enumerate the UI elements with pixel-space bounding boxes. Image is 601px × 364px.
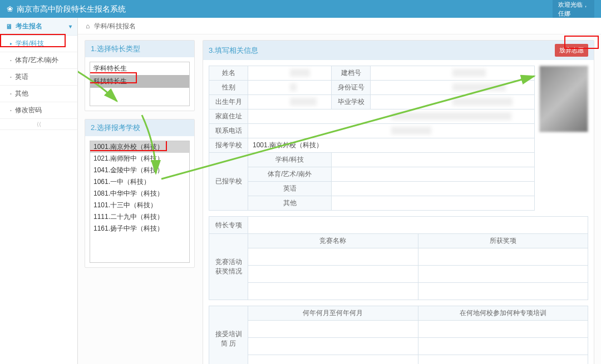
input-award-3[interactable]	[422, 285, 585, 297]
sidebar-item-other[interactable]: •其他	[0, 86, 77, 102]
top-bar: ❀ 南京市高中阶段特长生报名系统 欢迎光临， 任娜	[0, 0, 601, 18]
input-comp-name-1[interactable]	[252, 251, 415, 263]
input-train-period-2[interactable]	[252, 340, 415, 352]
value-gender	[290, 83, 297, 91]
school-option[interactable]: 1161.扬子中学（科技）	[90, 223, 189, 235]
input-train-where-1[interactable]	[422, 323, 585, 335]
input-award-2[interactable]	[422, 268, 585, 280]
value-cat-other	[332, 196, 535, 211]
school-option[interactable]: 1101.十三中（科技）	[90, 200, 189, 211]
label-applyschool: 报考学校	[209, 138, 248, 153]
label-cat-eng: 英语	[248, 182, 332, 196]
value-name	[290, 69, 310, 77]
panel-select-school: 2.选择报考学校 1001.南京外校（科技） 1021.南师附中（科技） 104…	[85, 119, 195, 268]
user-name: 任娜	[558, 9, 589, 18]
panel1-title: 1.选择特长类型	[85, 41, 194, 57]
panels-row: 1.选择特长类型 学科特长生 科技特长生 2.选择报考学校 1001.南京外校（…	[78, 34, 601, 364]
sidebar: 🖥 考生报名 ▾ ▸学科/科技 •体育/艺术/南外 •英语 •其他 •修改密码 …	[0, 18, 78, 364]
sidebar-item-change-password[interactable]: •修改密码	[0, 102, 77, 119]
value-applyschool: 1001.南京外校（科技）	[248, 138, 535, 153]
value-idno	[452, 83, 506, 91]
sidebar-heading[interactable]: 🖥 考生报名 ▾	[0, 18, 77, 36]
school-option[interactable]: 1001.南京外校（科技）	[90, 141, 189, 153]
value-phone	[391, 127, 431, 134]
label-train-section: 接受培训 简 历	[209, 306, 248, 365]
type-option-tech[interactable]: 科技特长生	[90, 75, 189, 88]
input-train-where-3[interactable]	[422, 357, 585, 364]
main-layout: 🖥 考生报名 ▾ ▸学科/科技 •体育/艺术/南外 •英语 •其他 •修改密码 …	[0, 18, 601, 364]
school-option[interactable]: 1061.一中（科技）	[90, 176, 189, 188]
label-cat-art: 体育/艺术/南外	[248, 167, 332, 182]
input-award-1[interactable]	[422, 251, 585, 263]
value-cat-eng	[332, 182, 535, 196]
panel3-title: 3.填写相关信息	[209, 46, 258, 56]
leaf-icon: ❀	[7, 0, 13, 18]
label-comp-name: 竞赛名称	[248, 234, 418, 248]
label-name: 姓名	[209, 66, 248, 81]
breadcrumb-text: 学科/科技报名	[94, 22, 136, 30]
label-idno: 身份证号	[332, 81, 371, 95]
label-train-period: 何年何月至何年何月	[248, 306, 418, 321]
label-phone: 联系电话	[209, 124, 248, 138]
input-train-period-3[interactable]	[252, 357, 415, 364]
sidebar-nav: ▸学科/科技 •体育/艺术/南外 •英语 •其他 •修改密码	[0, 36, 77, 119]
label-gradschool: 毕业学校	[332, 95, 371, 109]
breadcrumb: ⌂ 学科/科技报名	[78, 18, 601, 34]
sidebar-item-sports-art[interactable]: •体育/艺术/南外	[0, 52, 77, 69]
input-comp-name-3[interactable]	[252, 285, 415, 297]
content-area: ⌂ 学科/科技报名 1.选择特长类型 学科特长生 科技特长生	[78, 18, 601, 364]
right-column: 3.填写相关信息 放弃志愿 姓名 建档号	[203, 40, 594, 364]
label-address: 家庭住址	[209, 109, 248, 124]
sidebar-heading-label: 考生报名	[16, 22, 42, 31]
school-option[interactable]: 1041.金陵中学（科技）	[90, 164, 189, 176]
type-listbox[interactable]: 学科特长生 科技特长生	[90, 62, 190, 106]
input-comp-name-2[interactable]	[252, 268, 415, 280]
input-train-period-1[interactable]	[252, 323, 415, 335]
value-address	[391, 112, 511, 120]
sidebar-collapse[interactable]: ⟨⟨	[0, 119, 77, 130]
panel-fill-info: 3.填写相关信息 放弃志愿 姓名 建档号	[203, 40, 594, 364]
label-gender: 性别	[209, 81, 248, 95]
label-applied: 已报学校	[209, 153, 248, 211]
left-column: 1.选择特长类型 学科特长生 科技特长生 2.选择报考学校 1001.南京外校（…	[85, 40, 195, 364]
school-listbox[interactable]: 1001.南京外校（科技） 1021.南师附中（科技） 1041.金陵中学（科技…	[90, 141, 190, 263]
panel3-header: 3.填写相关信息 放弃志愿	[203, 41, 594, 60]
user-box[interactable]: 欢迎光临， 任娜	[553, 0, 594, 18]
app-title: 南京市高中阶段特长生报名系统	[17, 0, 126, 18]
input-specialty[interactable]	[252, 219, 584, 231]
label-train-where: 在何地何校参加何种专项培训	[418, 306, 588, 321]
sidebar-item-subject-tech[interactable]: ▸学科/科技	[0, 36, 77, 52]
welcome-text: 欢迎光临，	[558, 0, 589, 9]
label-comp-section: 竞赛活动 获奖情况	[209, 234, 248, 300]
label-award: 所获奖项	[418, 234, 588, 248]
label-birth: 出生年月	[209, 95, 248, 109]
school-option[interactable]: 1021.南师附中（科技）	[90, 153, 189, 164]
abandon-button[interactable]: 放弃志愿	[555, 44, 588, 57]
label-cat-subject: 学科/科技	[248, 153, 332, 167]
competition-table: 特长专项 竞赛活动 获奖情况 竞赛名称 所获奖项	[209, 216, 588, 300]
sidebar-item-english[interactable]: •英语	[0, 69, 77, 86]
chevron-down-icon: ▾	[69, 23, 72, 29]
panel-select-type: 1.选择特长类型 学科特长生 科技特长生	[85, 40, 195, 111]
school-option[interactable]: 1081.中华中学（科技）	[90, 188, 189, 200]
label-specialty: 特长专项	[209, 217, 248, 234]
basic-info-table: 姓名 建档号 性别 身份证号	[209, 66, 535, 211]
monitor-icon: 🖥	[6, 23, 12, 31]
training-table: 接受培训 简 历 何年何月至何年何月 在何地何校参加何种专项培训	[209, 306, 588, 364]
value-cat-art	[332, 167, 535, 182]
home-icon: ⌂	[86, 22, 90, 30]
value-gradschool	[452, 98, 513, 106]
type-option-subject[interactable]: 学科特长生	[90, 62, 189, 75]
label-record: 建档号	[332, 66, 371, 81]
label-cat-other: 其他	[248, 196, 332, 211]
student-photo	[539, 66, 588, 132]
panel2-title: 2.选择报考学校	[85, 119, 194, 136]
value-cat-subject	[332, 153, 535, 167]
input-train-where-2[interactable]	[422, 340, 585, 352]
school-option[interactable]: 1111.二十九中（科技）	[90, 211, 189, 223]
value-birth	[290, 98, 317, 106]
value-record	[452, 69, 486, 77]
